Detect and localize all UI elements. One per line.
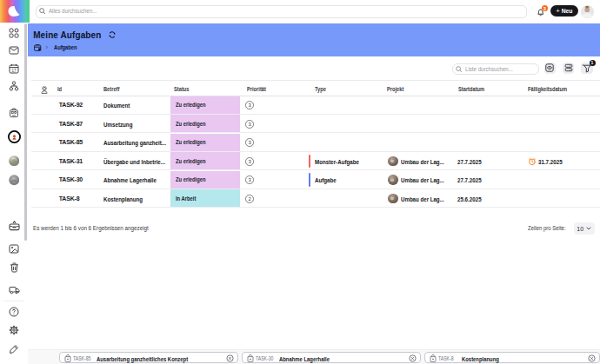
svg-text:17: 17 — [11, 68, 17, 72]
